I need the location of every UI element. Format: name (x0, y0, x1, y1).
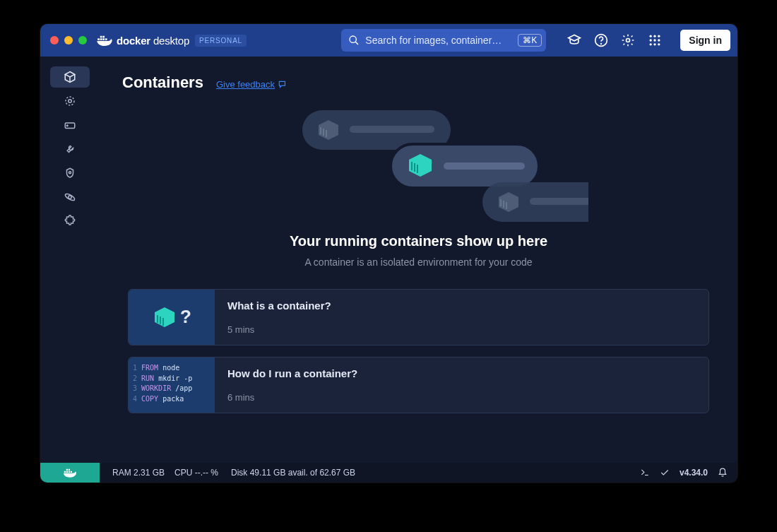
card-title: What is a container? (227, 300, 696, 312)
sidebar (40, 57, 100, 463)
titlebar: docker desktop PERSONAL Search for image… (40, 24, 737, 57)
svg-rect-38 (444, 162, 525, 170)
status-disk: Disk 49.11 GB avail. of 62.67 GB (231, 468, 355, 478)
svg-point-17 (650, 43, 652, 45)
svg-point-23 (67, 125, 69, 126)
cube-icon (64, 71, 76, 83)
svg-point-19 (658, 43, 660, 45)
version-label[interactable]: v4.34.0 (680, 468, 708, 478)
svg-point-11 (650, 35, 652, 37)
search-icon (348, 35, 360, 46)
docker-whale-icon (97, 35, 112, 46)
sidebar-item-scout[interactable] (50, 162, 90, 184)
check-icon[interactable] (660, 468, 670, 478)
card-thumbnail: 1FROM node 2RUN mkdir -p 3WORKDIR /app 4… (129, 357, 215, 413)
search-input[interactable]: Search for images, container… ⌘K (341, 29, 546, 52)
search-shortcut: ⌘K (518, 34, 542, 47)
svg-point-26 (64, 193, 76, 202)
svg-rect-53 (66, 469, 68, 471)
learning-card[interactable]: ? What is a container? 5 mins (128, 289, 709, 345)
apps-grid-icon[interactable] (648, 33, 662, 47)
svg-point-13 (658, 35, 660, 37)
brand: docker desktop PERSONAL (97, 35, 247, 47)
card-duration: 6 mins (227, 392, 696, 403)
svg-rect-1 (100, 38, 102, 40)
card-thumbnail: ? (129, 290, 215, 345)
docker-whale-icon (64, 468, 76, 478)
svg-point-15 (654, 39, 656, 41)
sidebar-item-dev-env[interactable] (50, 138, 90, 160)
svg-text:?: ? (180, 306, 191, 327)
sidebar-item-learn[interactable] (50, 187, 90, 208)
settings-icon[interactable] (621, 33, 635, 47)
app-window: docker desktop PERSONAL Search for image… (40, 24, 737, 483)
puzzle-icon (64, 215, 76, 227)
status-cpu: CPU --.-- % (174, 468, 218, 478)
empty-state-subtitle: A container is an isolated environment f… (304, 256, 532, 268)
svg-rect-5 (105, 38, 107, 40)
svg-point-20 (66, 97, 74, 105)
empty-state-title: Your running containers show up here (290, 233, 547, 249)
svg-point-16 (658, 39, 660, 41)
svg-rect-54 (69, 469, 70, 471)
page-title: Containers (122, 73, 203, 92)
svg-rect-55 (71, 471, 72, 473)
help-icon[interactable] (594, 33, 608, 47)
window-controls (50, 36, 87, 45)
minimize-window-button[interactable] (64, 36, 73, 45)
notifications-icon[interactable] (718, 468, 728, 478)
empty-state-illustration (249, 103, 588, 230)
svg-rect-3 (100, 36, 102, 38)
learning-center-icon[interactable] (567, 33, 581, 47)
feedback-icon (278, 80, 287, 90)
orbit-icon (64, 191, 76, 203)
svg-rect-0 (97, 38, 100, 40)
svg-point-9 (601, 44, 602, 45)
close-window-button[interactable] (50, 36, 59, 45)
search-placeholder: Search for images, container… (365, 35, 512, 46)
svg-rect-4 (102, 36, 105, 38)
target-icon (64, 95, 76, 107)
svg-point-14 (650, 39, 652, 41)
main-content: Containers Give feedback (100, 57, 737, 463)
sidebar-item-containers[interactable] (50, 66, 90, 88)
svg-point-21 (69, 100, 72, 103)
svg-rect-44 (530, 198, 588, 205)
svg-point-6 (350, 36, 356, 42)
status-ram: RAM 2.31 GB (112, 468, 165, 478)
license-badge: PERSONAL (195, 35, 247, 47)
learning-cards: ? What is a container? 5 mins 1FROM node… (100, 289, 737, 413)
sidebar-item-images[interactable] (50, 90, 90, 112)
sign-in-button[interactable]: Sign in (680, 30, 730, 51)
give-feedback-link[interactable]: Give feedback (216, 79, 287, 90)
svg-rect-52 (69, 471, 70, 473)
svg-rect-2 (102, 38, 105, 40)
svg-point-24 (69, 172, 71, 174)
docker-engine-status[interactable] (40, 463, 100, 483)
svg-point-18 (654, 43, 656, 45)
svg-point-25 (69, 196, 72, 199)
atom-icon (64, 167, 76, 179)
svg-point-12 (654, 35, 656, 37)
sidebar-item-extensions[interactable] (50, 211, 90, 232)
svg-rect-32 (350, 126, 434, 133)
wrench-icon (64, 143, 76, 155)
statusbar: RAM 2.31 GB CPU --.-- % Disk 49.11 GB av… (40, 463, 737, 483)
terminal-icon[interactable] (640, 468, 650, 478)
titlebar-actions: Sign in (567, 30, 730, 51)
brand-text: docker desktop (117, 35, 189, 47)
drive-icon (64, 119, 76, 131)
svg-line-7 (355, 42, 358, 45)
svg-rect-50 (64, 471, 66, 473)
sidebar-item-volumes[interactable] (50, 114, 90, 136)
learning-card[interactable]: 1FROM node 2RUN mkdir -p 3WORKDIR /app 4… (128, 357, 709, 413)
svg-rect-51 (66, 471, 68, 473)
svg-point-10 (627, 39, 630, 42)
card-title: How do I run a container? (227, 367, 696, 379)
fullscreen-window-button[interactable] (78, 36, 87, 45)
card-duration: 5 mins (227, 324, 696, 335)
